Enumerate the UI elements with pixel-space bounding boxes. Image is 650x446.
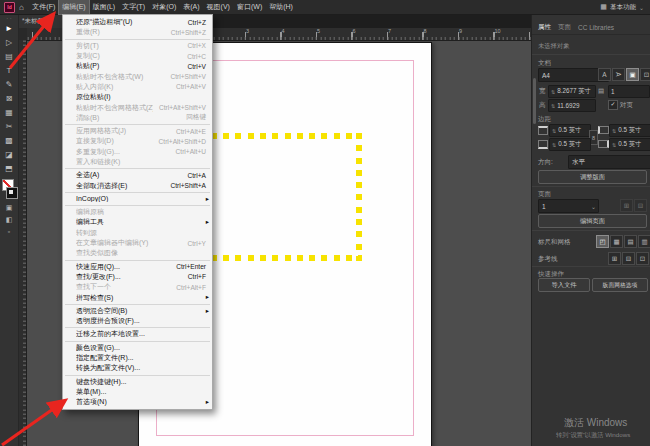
menu-6[interactable]: 表(A)	[180, 0, 203, 14]
baseline-grid-icon[interactable]: ▤	[624, 235, 637, 248]
import-file-button[interactable]: 导入文件	[538, 278, 590, 292]
pen-tool-icon[interactable]: ✎	[0, 78, 18, 92]
edit-menu-item-32[interactable]: 转换为配置文件(V)...	[63, 363, 212, 373]
edit-menu-item-17[interactable]: InCopy(O)▸	[63, 194, 212, 204]
ruler-number: 3	[246, 28, 249, 34]
tab-cc-libraries[interactable]: CC Libraries	[578, 24, 614, 31]
current-page-select[interactable]: 1 ⌄	[538, 199, 599, 213]
facing-pages-checkbox[interactable]: ✓	[608, 100, 618, 110]
gradient-tool-icon[interactable]: ▩	[0, 134, 18, 148]
show-guides-icon[interactable]: ⊞	[608, 252, 621, 265]
edit-menu-item-27[interactable]: 透明混合空间(B)▸	[63, 306, 212, 316]
margin-inside-field[interactable]: ⇅0.5 英寸	[609, 124, 650, 137]
edit-menu-item-25: 查找下一个Ctrl+Alt+F	[63, 282, 212, 292]
menu-1[interactable]: 文件(F)	[29, 0, 59, 14]
layout-grid-options-button[interactable]: 版面网格选项	[592, 278, 648, 292]
edit-menu-item-8[interactable]: 原位粘贴(I)	[63, 92, 212, 102]
document-settings-icon[interactable]: ⊡	[640, 68, 650, 81]
edit-menu-item-20: 转到源	[63, 228, 212, 238]
selection-tool-icon[interactable]: ►	[0, 22, 18, 36]
tab-pages[interactable]: 页面	[558, 23, 571, 32]
edit-menu-item-35[interactable]: 首选项(N)▸	[63, 397, 212, 407]
menu-9[interactable]: 帮助(H)	[266, 0, 297, 14]
workspace-label[interactable]: 基本功能	[610, 3, 636, 12]
margin-top-field[interactable]: ⇅0.5 英寸	[549, 124, 591, 137]
lock-guides-icon[interactable]: ⊡	[636, 252, 649, 265]
gradient-feather-tool-icon[interactable]: ◪	[0, 148, 18, 162]
margin-outside-field[interactable]: ⇅0.5 英寸	[609, 138, 650, 151]
vertical-ruler[interactable]	[18, 40, 27, 446]
panel-scrollbar[interactable]	[533, 78, 536, 124]
delete-page-icon[interactable]: ⊟	[634, 199, 647, 212]
edit-menu-item-1[interactable]: 还原“描边粗细”(U)Ctrl+Z	[63, 17, 212, 27]
home-icon[interactable]: ⌂	[19, 3, 24, 12]
rectangle-tool-icon[interactable]: ▦	[0, 106, 18, 120]
screen-mode-icon[interactable]: ▫	[0, 226, 18, 238]
direction-select[interactable]: 水平 ⌄	[568, 155, 650, 169]
height-field[interactable]: ⇅ 11.6929	[548, 99, 596, 112]
edit-menu-item-7: 贴入内部(K)Ctrl+Alt+V	[63, 82, 212, 92]
document-grid-icon[interactable]: ▦	[610, 235, 623, 248]
edit-menu-item-19[interactable]: 编辑工具▸	[63, 217, 212, 227]
edit-menu-item-9: 粘贴时不包含网格格式(Z)Ctrl+Alt+Shift+V	[63, 102, 212, 112]
menu-8[interactable]: 窗口(W)	[233, 0, 265, 14]
page-tool-icon[interactable]: ▤	[0, 50, 18, 64]
edit-menu-item-26[interactable]: 拼写检查(S)▸	[63, 292, 212, 302]
spinner-icon[interactable]: ⇅	[551, 103, 555, 109]
edit-pages-button[interactable]: 编辑页面	[538, 214, 647, 228]
chevron-down-icon[interactable]: ⌄	[639, 4, 644, 11]
edit-menu-item-15[interactable]: 全选(A)Ctrl+A	[63, 170, 212, 180]
adjust-layout-button[interactable]: 调整版面	[538, 170, 647, 184]
app-logo-icon[interactable]: Id	[4, 2, 15, 13]
type-tool-icon[interactable]: T	[0, 64, 18, 78]
workspace-icon[interactable]: ▦	[600, 3, 607, 11]
edit-menu-item-34[interactable]: 菜单(M)...	[63, 387, 212, 397]
stroke-swatch[interactable]	[6, 187, 18, 199]
edit-menu-item-30[interactable]: 颜色设置(G)...	[63, 343, 212, 353]
scissors-tool-icon[interactable]: ✂	[0, 120, 18, 134]
menu-bar: Id ⌂ 文件(F)编辑(E)版面(L)文字(T)对象(O)表(A)视图(V)窗…	[0, 0, 650, 15]
orientation-landscape-icon[interactable]: A	[612, 68, 625, 81]
pages-count-field[interactable]: 1	[608, 85, 650, 98]
edit-menu-item-33[interactable]: 键盘快捷键(H)...	[63, 377, 212, 387]
spinner-icon[interactable]: ⇅	[551, 89, 555, 95]
ruler-number: 7	[388, 28, 391, 34]
menu-7[interactable]: 视图(V)	[203, 0, 233, 14]
menu-5[interactable]: 对象(O)	[149, 0, 180, 14]
smart-guides-icon[interactable]: ⊟	[622, 252, 635, 265]
tab-properties[interactable]: 属性	[538, 23, 551, 32]
edit-menu-item-5[interactable]: 粘贴(P)Ctrl+V	[63, 61, 212, 71]
margin-bottom-field[interactable]: ⇅0.5 英寸	[549, 138, 591, 151]
menu-separator	[65, 341, 210, 342]
edit-menu-item-16[interactable]: 全部取消选择(E)Ctrl+Shift+A	[63, 180, 212, 190]
width-field[interactable]: ⇅ 8.2677 英寸	[548, 85, 596, 98]
column-grid-icon[interactable]: ▥	[638, 235, 650, 248]
direct-selection-tool-icon[interactable]: ▷	[0, 36, 18, 50]
orientation-portrait-icon[interactable]: A	[598, 68, 611, 81]
indesign-window: Id ⌂ 文件(F)编辑(E)版面(L)文字(T)对象(O)表(A)视图(V)窗…	[0, 0, 650, 446]
tools-panel: · · ►▷▤T✎⊠▦✂▩◪⬒ ▣ ◧ ▫	[0, 14, 19, 446]
pages-section-label: 页面	[538, 190, 551, 199]
edit-menu-item-23[interactable]: 快速应用(Q)...Ctrl+Enter	[63, 262, 212, 272]
menu-separator	[65, 168, 210, 169]
hand-tool-icon[interactable]: ⬒	[0, 162, 18, 176]
add-page-icon[interactable]: ⊞	[620, 199, 633, 212]
edit-menu-dropdown: 还原“描边粗细”(U)Ctrl+Z重做(R)Ctrl+Shift+Z剪切(T)C…	[62, 14, 213, 410]
layout-grid-icon[interactable]: ◰	[596, 235, 609, 248]
edit-menu-item-31[interactable]: 指定配置文件(R)...	[63, 353, 212, 363]
ruler-corner[interactable]	[18, 28, 27, 40]
pages-count-icon: ▤	[598, 87, 604, 95]
toolbar-grip[interactable]: · ·	[0, 14, 18, 22]
menu-4[interactable]: 文字(T)	[119, 0, 149, 14]
edit-menu-item-28[interactable]: 透明度拼合预设(F)...	[63, 316, 212, 326]
edit-menu-item-4: 复制(C)Ctrl+C	[63, 51, 212, 61]
rectangle-frame-tool-icon[interactable]: ⊠	[0, 92, 18, 106]
edit-menu-item-24[interactable]: 查找/更改(F)...Ctrl+F	[63, 272, 212, 282]
menu-2[interactable]: 编辑(E)	[59, 0, 89, 14]
margins-columns-icon[interactable]: ▣	[626, 68, 639, 81]
menu-separator	[65, 260, 210, 261]
menu-3[interactable]: 版面(L)	[89, 0, 119, 14]
edit-menu-item-29[interactable]: 迁移之前的本地设置...	[63, 329, 212, 339]
formatting-affects-container-icon[interactable]: ▣	[0, 202, 18, 214]
apply-color-icon[interactable]: ◧	[0, 214, 18, 226]
